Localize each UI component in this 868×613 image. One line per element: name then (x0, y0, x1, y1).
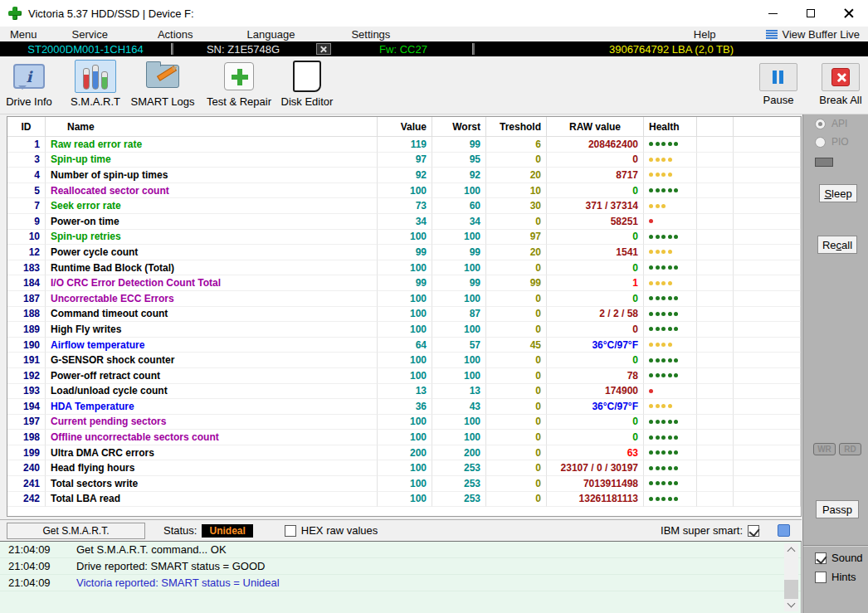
api-radio[interactable] (815, 119, 826, 129)
panel-divider (803, 545, 868, 547)
minimize-button[interactable] (753, 0, 792, 27)
attr-threshold: 0 (486, 460, 547, 476)
table-row[interactable]: 9 Power-on time 34 34 0 58251 (7, 214, 801, 230)
test-repair-button[interactable]: Test & Repair (202, 60, 276, 108)
hex-checkbox[interactable] (285, 525, 296, 537)
table-row[interactable]: 12 Power cycle count 99 99 20 1541 (7, 245, 801, 260)
maximize-button[interactable] (792, 0, 830, 27)
attr-health-dots (644, 168, 697, 183)
table-row[interactable]: 1 Raw read error rate 119 99 6 208462400 (7, 137, 801, 153)
hints-checkbox-row[interactable]: Hints (815, 571, 856, 583)
table-row[interactable]: 7 Seek error rate 73 60 30 371 / 37314 (7, 198, 801, 214)
header-threshold[interactable]: Treshold (486, 117, 547, 137)
attr-worst: 60 (432, 198, 486, 214)
header-raw-value[interactable]: RAW value (547, 117, 644, 137)
table-row[interactable]: 194 HDA Temperature 36 43 0 36°C/97°F (7, 399, 801, 415)
header-value[interactable]: Value (378, 117, 432, 137)
attr-id: 12 (7, 245, 46, 260)
pio-radio[interactable] (815, 137, 826, 148)
attr-worst: 43 (432, 399, 486, 415)
menu-item-language[interactable]: Language (239, 27, 304, 41)
attr-raw-value: 371 / 37314 (547, 198, 644, 214)
smart-logs-button[interactable]: SMART Logs (129, 60, 196, 108)
table-row[interactable]: 197 Current pending sectors 100 100 0 0 (7, 415, 801, 431)
table-row[interactable]: 183 Runtime Bad Block (Total) 100 100 0 … (7, 260, 801, 276)
smart-button[interactable]: S.M.A.R.T (70, 60, 121, 108)
attr-health-dots (644, 153, 697, 168)
scroll-up-button[interactable] (784, 543, 798, 556)
header-name[interactable]: Name (46, 117, 378, 137)
attr-raw-value: 0 (547, 153, 644, 168)
infobar-close-button[interactable] (316, 43, 331, 55)
attr-threshold: 0 (486, 368, 547, 384)
pause-button[interactable]: Pause (755, 60, 802, 106)
pause-icon (771, 70, 786, 85)
table-row[interactable]: 241 Total sectors write 100 253 0 701391… (7, 476, 801, 492)
recall-button[interactable]: Recall (817, 236, 857, 254)
hints-checkbox[interactable] (815, 572, 827, 583)
table-row[interactable]: 10 Spin-up retries 100 100 97 0 (7, 230, 801, 246)
table-row[interactable]: 189 High Fly writes 100 100 0 0 (7, 322, 801, 338)
table-row[interactable]: 192 Power-off retract count 100 100 0 78 (7, 368, 801, 384)
sound-checkbox[interactable] (815, 552, 827, 564)
disk-editor-button[interactable]: Disk Editor (277, 60, 337, 108)
attr-raw-value: 0 (547, 291, 644, 307)
menu-item-help[interactable]: Help (685, 27, 724, 41)
table-row[interactable]: 242 Total LBA read 100 253 0 13261181113 (7, 492, 801, 508)
break-all-button[interactable]: Break All (815, 60, 866, 106)
table-row[interactable]: 240 Head flying hours 100 253 0 23107 / … (7, 460, 801, 476)
menu-item-settings[interactable]: Settings (343, 27, 398, 41)
ibm-checkbox[interactable] (748, 525, 759, 537)
sound-checkbox-row[interactable]: Sound (815, 552, 863, 564)
attr-health-dots (644, 322, 697, 338)
table-row[interactable]: 190 Airflow temperature 64 57 45 36°C/97… (7, 338, 801, 353)
scroll-down-button[interactable] (784, 599, 798, 611)
header-worst[interactable]: Worst (432, 117, 486, 137)
api-radio-row: API (815, 118, 847, 129)
get-smart-button[interactable]: Get S.M.A.R.T. (7, 523, 145, 539)
ibm-color-button[interactable] (778, 524, 790, 537)
attr-name: I/O CRC Error Detection Count Total (46, 275, 378, 291)
attr-value: 100 (378, 476, 432, 492)
table-row[interactable]: 199 Ultra DMA CRC errors 200 200 0 63 (7, 445, 801, 461)
attr-id: 240 (7, 460, 46, 476)
table-row[interactable]: 191 G-SENSOR shock counter 100 100 0 0 (7, 353, 801, 368)
scrollbar-thumb[interactable] (784, 580, 798, 600)
log-message: Victoria reported: SMART status = Unidea… (76, 577, 280, 589)
header-id[interactable]: ID (7, 117, 46, 137)
attr-health-dots (644, 476, 697, 492)
log-scrollbar[interactable] (784, 543, 798, 611)
attr-raw-value: 208462400 (547, 137, 644, 153)
table-row[interactable]: 198 Offline uncorrectable sectors count … (7, 430, 801, 445)
view-buffer-live-button[interactable]: View Buffer Live (766, 28, 868, 41)
sleep-button[interactable]: Sleep (819, 184, 857, 202)
pio-label: PIO (831, 136, 849, 148)
hex-raw-values-row[interactable]: HEX raw values (285, 524, 378, 537)
passp-button[interactable]: Passp (816, 500, 859, 518)
attr-value: 97 (378, 153, 432, 168)
menu-item-service[interactable]: Service (64, 27, 116, 41)
attr-raw-value: 8717 (547, 168, 644, 183)
close-button[interactable] (830, 0, 868, 27)
table-row[interactable]: 4 Number of spin-up times 92 92 20 8717 (7, 168, 801, 183)
table-row[interactable]: 3 Spin-up time 97 95 0 0 (7, 153, 801, 168)
attr-raw-value: 36°C/97°F (547, 399, 644, 415)
attr-id: 184 (7, 275, 46, 291)
attr-health-dots (644, 260, 697, 276)
table-row[interactable]: 187 Uncorrectable ECC Errors 100 100 0 0 (7, 291, 801, 307)
table-row[interactable]: 193 Load/unload cycle count 13 13 0 1749… (7, 384, 801, 400)
attr-worst: 87 (432, 307, 486, 323)
menu-item-menu[interactable]: Menu (2, 27, 46, 41)
menu-item-actions[interactable]: Actions (149, 27, 202, 41)
table-row[interactable]: 5 Reallocated sector count 100 100 10 0 (7, 183, 801, 199)
attr-value: 73 (378, 198, 432, 214)
attr-name: Ultra DMA CRC errors (46, 445, 378, 461)
drive-info-button[interactable]: Drive Info (2, 60, 56, 108)
attr-health-dots (644, 307, 697, 323)
attr-id: 190 (7, 338, 46, 353)
attr-raw-value: 23107 / 0 / 30197 (547, 460, 644, 476)
header-health[interactable]: Health (644, 117, 697, 137)
pio-radio-row: PIO (815, 136, 849, 148)
table-row[interactable]: 188 Command timeout count 100 87 0 2 / 2… (7, 307, 801, 323)
table-row[interactable]: 184 I/O CRC Error Detection Count Total … (7, 275, 801, 291)
